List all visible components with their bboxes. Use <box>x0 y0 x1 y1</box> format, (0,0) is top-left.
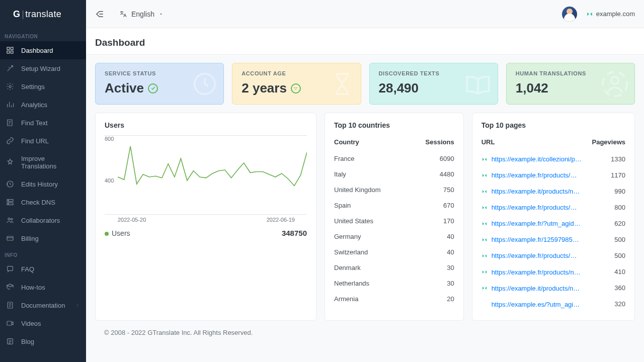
sidebar-item-blog[interactable]: Blog <box>0 332 86 350</box>
sidebar-item-dashboard[interactable]: Dashboard <box>0 41 86 59</box>
url-link[interactable]: https://example.fr/?utm_agid=135… <box>492 220 582 227</box>
sidebar-item-analytics[interactable]: Analytics <box>0 96 86 114</box>
url-link[interactable]: https://example.fr/12597985370/di… <box>492 236 582 243</box>
pageviews-cell: 1170 <box>587 167 625 183</box>
logo[interactable]: G|translate <box>0 0 86 29</box>
table-row: https://example.fr/products/naipo-s…410 <box>481 263 625 280</box>
svg-rect-2 <box>7 51 10 53</box>
svg-rect-15 <box>7 321 12 325</box>
panel-top-pages: Top 10 pages URL Pageviews https://examp… <box>472 113 635 321</box>
site-link[interactable]: example.com <box>586 10 635 18</box>
table-row: Switzerland40 <box>334 244 454 260</box>
y-tick-800: 800 <box>105 136 307 142</box>
wand-icon <box>6 64 14 72</box>
gt-icon <box>481 285 489 291</box>
svg-rect-1 <box>11 47 13 50</box>
sidebar-item-settings[interactable]: Settings <box>0 77 86 96</box>
url-link[interactable]: https://example.fr/products/massa… <box>492 204 582 211</box>
video-icon <box>6 319 14 327</box>
table-row: https://example.es/?utm_agid=132…320 <box>481 296 625 312</box>
sidebar-item-label: Videos <box>21 320 41 327</box>
howto-icon <box>6 283 14 291</box>
sidebar-item-find-url[interactable]: Find URL <box>0 132 86 150</box>
sidebar-item-improve-translations[interactable]: Improve Translations <box>0 150 86 175</box>
page-title: Dashboard <box>86 28 644 55</box>
table-row: https://example.fr/12597985370/di…500 <box>481 231 625 247</box>
avatar[interactable] <box>562 7 577 22</box>
hourglass-icon <box>329 70 356 98</box>
sidebar-item-find-text[interactable]: Find Text <box>0 114 86 132</box>
url-link[interactable]: https://example.es/?utm_agid=132… <box>492 301 582 308</box>
url-link[interactable]: https://example.it/products/naipo-s… <box>492 188 582 195</box>
gauge-icon <box>191 70 218 98</box>
svg-point-4 <box>9 85 11 87</box>
pageviews-cell: 990 <box>587 183 625 199</box>
card-discovered-texts: DISCOVERED TEXTS 28,490 <box>369 63 498 105</box>
pageviews-cell: 500 <box>587 231 625 247</box>
col-url: URL <box>481 135 587 151</box>
country-cell: Armenia <box>334 291 409 307</box>
sidebar-item-label: Billing <box>21 235 39 242</box>
sidebar-item-label: Find URL <box>21 137 49 145</box>
sidebar-item-label: Check DNS <box>21 199 55 206</box>
country-cell: Denmark <box>334 260 409 276</box>
sidebar-item-setup-wizard[interactable]: Setup Wizard <box>0 59 86 77</box>
table-row: https://example.fr/?utm_agid=135…620 <box>481 215 625 231</box>
panel-title: Top 10 pages <box>481 121 625 129</box>
card-value: 1,042 <box>516 80 548 96</box>
sidebar-item-label: Edits History <box>21 180 58 188</box>
svg-point-9 <box>8 204 9 204</box>
country-cell: United Kingdom <box>334 182 409 198</box>
sidebar-item-faq[interactable]: FAQ <box>0 260 86 278</box>
legend-dot <box>105 232 109 236</box>
book-icon <box>463 69 493 99</box>
sessions-cell: 170 <box>409 213 454 229</box>
doc-icon <box>6 301 14 309</box>
url-link[interactable]: https://example.it/collezioni/poltron… <box>492 155 582 163</box>
gear-icon <box>6 82 14 90</box>
sidebar: G|translate NAVIGATION DashboardSetup Wi… <box>0 0 86 362</box>
pageviews-cell: 320 <box>587 296 625 312</box>
find-url-icon <box>6 137 14 145</box>
table-row: United States170 <box>334 213 454 229</box>
collapse-sidebar-button[interactable] <box>95 10 104 19</box>
sidebar-item-how-tos[interactable]: How-tos <box>0 278 86 296</box>
pageviews-cell: 500 <box>587 247 625 263</box>
url-link[interactable]: https://example.fr/products/naipo-s… <box>492 268 582 276</box>
sessions-cell: 750 <box>409 182 454 198</box>
country-cell: Germany <box>334 229 409 244</box>
sessions-cell: 40 <box>409 244 454 260</box>
col-country: Country <box>334 135 409 151</box>
sidebar-item-documentation[interactable]: Documentation <box>0 296 86 314</box>
sidebar-item-collaborators[interactable]: Collaborators <box>0 211 86 229</box>
url-link[interactable]: https://example.fr/products/mgc-a… <box>492 252 582 259</box>
analytics-icon <box>6 101 14 109</box>
url-link[interactable]: https://example.fr/products/mgc-a… <box>492 171 582 179</box>
sessions-cell: 4480 <box>409 166 454 182</box>
svg-point-10 <box>8 218 10 220</box>
svg-rect-13 <box>8 266 13 271</box>
table-row: Germany40 <box>334 229 454 244</box>
svg-rect-0 <box>7 47 10 50</box>
site-icon <box>586 11 593 18</box>
table-row: United Kingdom750 <box>334 182 454 198</box>
gt-icon <box>481 269 489 275</box>
card-value: 28,490 <box>379 80 419 96</box>
language-selector[interactable]: English <box>119 10 164 18</box>
improve-icon <box>6 158 14 166</box>
table-row: https://example.fr/products/mgc-a…500 <box>481 247 625 263</box>
card-human-translations: HUMAN TRANSLATIONS 1,042 <box>506 63 635 105</box>
sidebar-item-label: Documentation <box>21 302 65 309</box>
sidebar-item-billing[interactable]: Billing <box>0 229 86 247</box>
main: English example.com Dashboard SERVICE ST… <box>86 0 644 362</box>
card-service-status: SERVICE STATUS Active <box>95 63 224 105</box>
topbar: English example.com <box>86 0 644 28</box>
sidebar-item-videos[interactable]: Videos <box>0 314 86 332</box>
gt-icon <box>481 221 489 227</box>
person-icon <box>600 69 629 99</box>
url-link[interactable]: https://example.it/products/naipo-s… <box>492 285 582 292</box>
sidebar-item-edits-history[interactable]: Edits History <box>0 175 86 193</box>
table-row: https://example.fr/products/massa…800 <box>481 199 625 215</box>
sidebar-item-label: Analytics <box>21 101 47 109</box>
sidebar-item-check-dns[interactable]: Check DNS <box>0 193 86 211</box>
